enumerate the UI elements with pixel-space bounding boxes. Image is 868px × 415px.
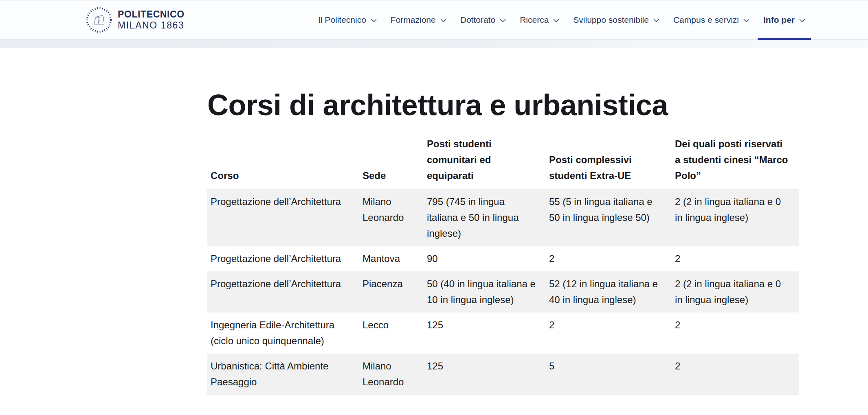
table-cell: 90 [424, 246, 546, 271]
column-header-dei-quali-posti-riservati-a-st: Dei quali posti riservati a studenti cin… [672, 136, 799, 189]
logo-line1: POLITECNICO [118, 9, 185, 20]
nav-item-dottorato[interactable]: Dottorato [460, 0, 506, 40]
logo-text: POLITECNICO MILANO 1863 [118, 9, 185, 31]
table-cell: 2 [672, 246, 799, 271]
main-nav: Il PolitecnicoFormazioneDottoratoRicerca… [318, 0, 805, 40]
chevron-down-icon [553, 19, 559, 22]
table-cell: Progettazione dell’Architettura [207, 246, 359, 271]
courses-table-body: Progettazione dell’ArchitetturaMilano Le… [207, 189, 799, 395]
table-cell: Milano Leonardo [359, 354, 424, 395]
header-row: CorsoSedePosti studenti comunitari ed eq… [207, 136, 799, 189]
table-cell: 2 (2 in lingua italiana e 0 in lingua in… [672, 271, 799, 312]
chevron-down-icon [653, 19, 659, 22]
table-cell: 52 (12 in lingua italiana e 40 in lingua… [546, 271, 672, 312]
table-cell: 2 [672, 312, 799, 354]
polimi-seal-icon [86, 7, 112, 33]
courses-table: CorsoSedePosti studenti comunitari ed eq… [207, 136, 799, 395]
page-viewport: POLITECNICO MILANO 1863 Il PolitecnicoFo… [0, 0, 868, 415]
chevron-down-icon [799, 19, 805, 22]
nav-item-campus-e-servizi[interactable]: Campus e servizi [673, 0, 749, 40]
table-cell: Lecco [359, 312, 424, 354]
polimi-logo[interactable]: POLITECNICO MILANO 1863 [86, 7, 185, 33]
table-cell: 50 (40 in lingua italiana e 10 in lingua… [424, 271, 546, 312]
section-divider [0, 400, 868, 400]
nav-item-label: Formazione [391, 15, 436, 25]
table-cell: 2 (2 in lingua italiana e 0 in lingua in… [672, 189, 799, 246]
table-cell: Milano Leonardo [359, 189, 424, 246]
nav-item-label: Il Politecnico [318, 15, 366, 25]
table-row: Progettazione dell’ArchitetturaMilano Le… [207, 189, 799, 246]
site-header: POLITECNICO MILANO 1863 Il PolitecnicoFo… [0, 0, 868, 40]
table-cell: 55 (5 in lingua italiana e 50 in lingua … [546, 189, 672, 246]
nav-item-label: Ricerca [520, 15, 549, 25]
logo-line2: MILANO 1863 [118, 20, 185, 31]
nav-item-label: Sviluppo sostenibile [573, 15, 649, 25]
table-row: Progettazione dell’ArchitetturaPiacenza5… [207, 271, 799, 312]
table-row: Progettazione dell’ArchitetturaMantova90… [207, 246, 799, 271]
nav-item-il-politecnico[interactable]: Il Politecnico [318, 0, 377, 40]
table-cell: 795 (745 in lingua italiana e 50 in ling… [424, 189, 546, 246]
table-cell: Ingegneria Edile-Architettura (ciclo uni… [207, 312, 359, 354]
column-header-posti-studenti-comunitari-ed-e: Posti studenti comunitari ed equiparati [424, 136, 546, 189]
column-header-posti-complessivi-studenti-ext: Posti complessivi studenti Extra-UE [546, 136, 672, 189]
nav-item-label: Dottorato [460, 15, 495, 25]
table-cell: 2 [546, 312, 672, 354]
main-content: Corsi di architettura e urbanistica Cors… [0, 88, 868, 395]
table-cell: 125 [424, 354, 546, 395]
courses-table-head: CorsoSedePosti studenti comunitari ed eq… [207, 136, 799, 189]
nav-item-info-per[interactable]: Info per [763, 0, 805, 40]
header-shadow-band [0, 40, 868, 48]
table-cell: 125 [424, 312, 546, 354]
table-cell: 2 [546, 246, 672, 271]
nav-item-label: Info per [763, 15, 795, 25]
chevron-down-icon [500, 19, 506, 22]
table-cell: 2 [672, 354, 799, 395]
nav-item-ricerca[interactable]: Ricerca [520, 0, 559, 40]
nav-item-sviluppo-sostenibile[interactable]: Sviluppo sostenibile [573, 0, 659, 40]
nav-item-formazione[interactable]: Formazione [391, 0, 446, 40]
table-cell: Piacenza [359, 271, 424, 312]
table-cell: Urbanistica: Città Ambiente Paesaggio [207, 354, 359, 395]
column-header-sede: Sede [359, 136, 424, 189]
chevron-down-icon [743, 19, 749, 22]
page-title: Corsi di architettura e urbanistica [207, 88, 868, 122]
table-row: Urbanistica: Città Ambiente PaesaggioMil… [207, 354, 799, 395]
column-header-corso: Corso [207, 136, 359, 189]
table-cell: Progettazione dell’Architettura [207, 271, 359, 312]
chevron-down-icon [371, 19, 377, 22]
table-cell: Mantova [359, 246, 424, 271]
table-row: Ingegneria Edile-Architettura (ciclo uni… [207, 312, 799, 354]
nav-item-label: Campus e servizi [673, 15, 739, 25]
table-cell: Progettazione dell’Architettura [207, 189, 359, 246]
table-cell: 5 [546, 354, 672, 395]
chevron-down-icon [440, 19, 446, 22]
